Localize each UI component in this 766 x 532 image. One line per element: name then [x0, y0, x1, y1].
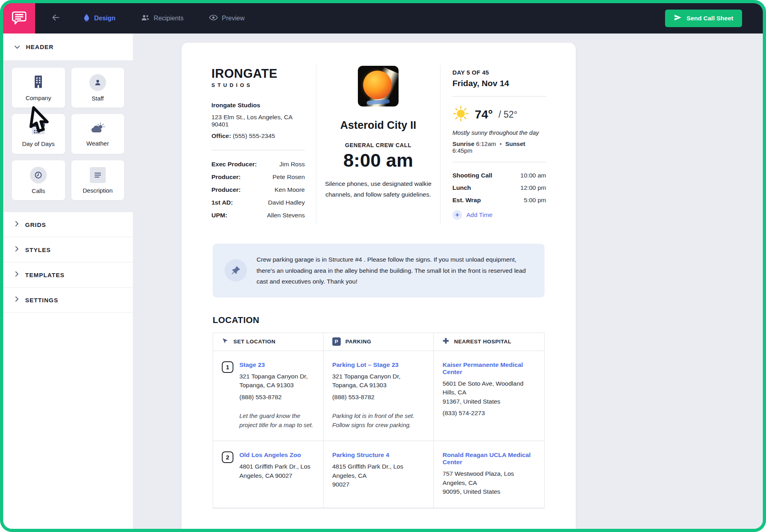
app-logo[interactable]: [3, 3, 35, 33]
schedule-label: Est. Wrap: [452, 197, 481, 204]
tile-staff[interactable]: Staff: [71, 68, 124, 108]
tile-weather[interactable]: Weather: [71, 114, 124, 154]
set-location-address: 321 Topanga Canyon Dr,Topanga, CA 91303: [239, 372, 314, 390]
crew-row: UPM:Allen Stevens: [211, 212, 305, 219]
column-header-parking: P PARKING: [324, 333, 434, 351]
location-table: SET LOCATION P PARKING NEAREST HOSPITAL: [213, 333, 545, 508]
add-time-button[interactable]: + Add Time: [452, 210, 546, 220]
hospital-address: 757 Westwood Plaza, Los Angeles, CA90095…: [442, 469, 535, 496]
plus-icon: +: [452, 210, 462, 220]
column-header-set-location: SET LOCATION: [213, 333, 324, 351]
parking-link[interactable]: Parking Structure 4: [332, 451, 425, 459]
clock-icon: [30, 167, 47, 183]
hospital-cell: Ronald Reagan UCLA Medical Center 757 We…: [434, 441, 544, 507]
set-location-link[interactable]: Old Los Angeles Zoo: [239, 451, 310, 459]
speech-bubble-logo-icon: [10, 9, 28, 28]
crew-row: Producer:Ken Moore: [211, 186, 305, 193]
pinned-note[interactable]: Crew parking garage is in Structure #4 .…: [213, 244, 545, 298]
hospital-link[interactable]: Kaiser Permanente Medical Center: [442, 361, 535, 376]
parking-cell: Parking Lot – Stage 23 321 Topanga Canyo…: [324, 351, 434, 441]
person-icon: [89, 74, 106, 91]
sidebar-section-header[interactable]: HEADER: [3, 33, 133, 61]
temp-high: 74°: [475, 108, 493, 121]
schedule-row: Shooting Call10:00 am: [452, 172, 546, 179]
hospital-address: 5601 De Soto Ave, Woodland Hills, CA9136…: [442, 379, 535, 406]
office-phone: (555) 555-2345: [233, 132, 275, 139]
navigation-arrow-icon: [222, 337, 229, 346]
column-header-label: PARKING: [345, 339, 371, 345]
sheet-header: IRONGATE STUDIOS Irongate Studios 123 El…: [182, 65, 576, 225]
tile-company-label: Company: [26, 95, 51, 101]
app-frame: Design Recipients Preview Send Call Shee…: [0, 0, 766, 532]
crew-name: Jim Ross: [279, 161, 305, 168]
column-header-label: NEAREST HOSPITAL: [454, 339, 511, 345]
sidebar-settings-label: SETTINGS: [25, 297, 58, 303]
medical-cross-icon: [442, 337, 449, 346]
location-number-badge: 2: [222, 451, 233, 463]
parking-link[interactable]: Parking Lot – Stage 23: [332, 361, 425, 368]
schedule-list: Shooting Call10:00 am Lunch12:00 pm Est.…: [452, 172, 546, 204]
schedule-time: 10:00 am: [520, 172, 546, 179]
tile-day-of-days-label: Day of Days: [22, 140, 55, 147]
tile-description-label: Description: [83, 187, 113, 194]
tile-description[interactable]: Description: [71, 160, 124, 200]
bullet: •: [499, 140, 501, 147]
sidebar-section-grids[interactable]: GRIDS: [3, 212, 133, 237]
schedule-label: Lunch: [452, 184, 471, 191]
text-lines-icon: [90, 167, 106, 183]
crew-row: Exec Producer:Jim Ross: [211, 161, 305, 168]
crew-call-label: GENERAL CREW CALL: [345, 142, 411, 148]
chevron-right-icon: [15, 246, 19, 253]
sidebar-section-styles[interactable]: STYLES: [3, 237, 133, 262]
tab-recipients[interactable]: Recipients: [141, 14, 184, 23]
tile-day-of-days[interactable]: Day of Days: [12, 114, 65, 154]
tab-preview[interactable]: Preview: [209, 14, 245, 22]
sidebar-section-templates[interactable]: TEMPLATES: [3, 262, 133, 288]
sidebar: HEADER Company Staff: [3, 33, 133, 529]
schedule-row: Lunch12:00 pm: [452, 184, 546, 191]
weather-description: Mostly sunny throughout the day: [452, 129, 546, 136]
location-row: 2 Old Los Angeles Zoo 4801 Griffith Park…: [213, 441, 544, 508]
company-name: Irongate Studios: [211, 102, 305, 109]
sunrise-label: Sunrise: [452, 140, 474, 147]
set-location-cell: 2 Old Los Angeles Zoo 4801 Griffith Park…: [213, 441, 324, 507]
weather-row: 74° / 52°: [452, 105, 546, 124]
sidebar-grids-label: GRIDS: [25, 221, 46, 228]
parking-phone: (888) 553-8782: [332, 394, 425, 401]
header-tiles-panel: Company Staff Day of Days: [3, 61, 133, 212]
tab-design[interactable]: Design: [83, 14, 115, 23]
column-header-label: SET LOCATION: [233, 339, 276, 345]
crew-role: Producer:: [211, 173, 241, 181]
production-poster-image: [358, 66, 399, 106]
eye-icon: [209, 14, 218, 22]
call-sheet-card[interactable]: IRONGATE STUDIOS Irongate Studios 123 El…: [182, 43, 576, 529]
divider: [452, 96, 546, 97]
parking-icon: P: [332, 337, 341, 346]
send-button-label: Send Call Sheet: [687, 15, 733, 22]
sidebar-section-settings[interactable]: SETTINGS: [3, 288, 133, 313]
send-icon: [674, 14, 682, 23]
sunset-time: 6:45pm: [452, 147, 472, 154]
tile-calls-label: Calls: [32, 187, 45, 194]
set-location-cell: 1 Stage 23 321 Topanga Canyon Dr,Topanga…: [213, 351, 324, 441]
send-call-sheet-button[interactable]: Send Call Sheet: [665, 10, 742, 27]
tile-weather-label: Weather: [87, 140, 109, 147]
tile-staff-label: Staff: [91, 95, 104, 102]
tile-company[interactable]: Company: [12, 68, 65, 108]
sunset-label: Sunset: [505, 140, 525, 147]
company-logo-subtext: STUDIOS: [211, 82, 305, 88]
parking-address: 321 Topanga Canyon Dr,Topanga, CA 91303: [332, 372, 425, 390]
tile-calls[interactable]: Calls: [12, 160, 65, 200]
set-location-link[interactable]: Stage 23: [239, 361, 314, 368]
location-heading: LOCATION: [213, 315, 545, 325]
crew-name: David Hadley: [268, 199, 305, 206]
hospital-link[interactable]: Ronald Reagan UCLA Medical Center: [442, 451, 535, 466]
droplet-icon: [83, 14, 90, 23]
set-location-phone: (888) 553-8782: [239, 394, 314, 401]
canvas-area: IRONGATE STUDIOS Irongate Studios 123 El…: [133, 33, 763, 529]
arrow-left-icon: [51, 12, 61, 24]
back-button[interactable]: [48, 12, 64, 24]
crew-row: Producer:Pete Rosen: [211, 173, 305, 181]
crew-role: Producer:: [211, 186, 241, 193]
office-label: Office:: [211, 132, 231, 139]
